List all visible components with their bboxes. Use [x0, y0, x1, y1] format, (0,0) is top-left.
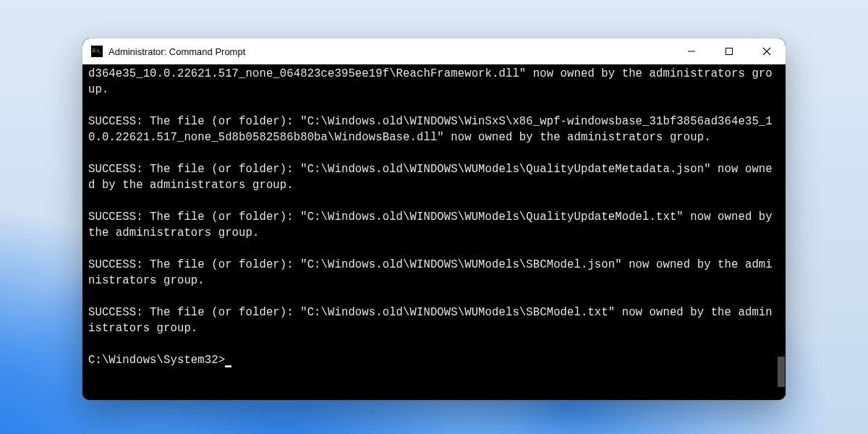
- scrollbar-thumb[interactable]: [778, 357, 785, 387]
- titlebar[interactable]: Administrator: Command Prompt: [82, 38, 786, 64]
- maximize-button[interactable]: [710, 38, 748, 64]
- close-button[interactable]: [748, 38, 786, 64]
- cmd-window: Administrator: Command Prompt d364e35_10…: [82, 38, 786, 400]
- cmd-icon: [91, 46, 103, 57]
- terminal-area: d364e35_10.0.22621.517_none_064823ce395e…: [82, 64, 786, 400]
- terminal-output[interactable]: d364e35_10.0.22621.517_none_064823ce395e…: [85, 64, 775, 400]
- window-controls: [673, 38, 786, 64]
- cursor: [225, 365, 231, 367]
- scrollbar-track[interactable]: [775, 64, 786, 400]
- window-title: Administrator: Command Prompt: [109, 46, 673, 57]
- minimize-button[interactable]: [673, 38, 710, 64]
- svg-rect-1: [726, 48, 733, 55]
